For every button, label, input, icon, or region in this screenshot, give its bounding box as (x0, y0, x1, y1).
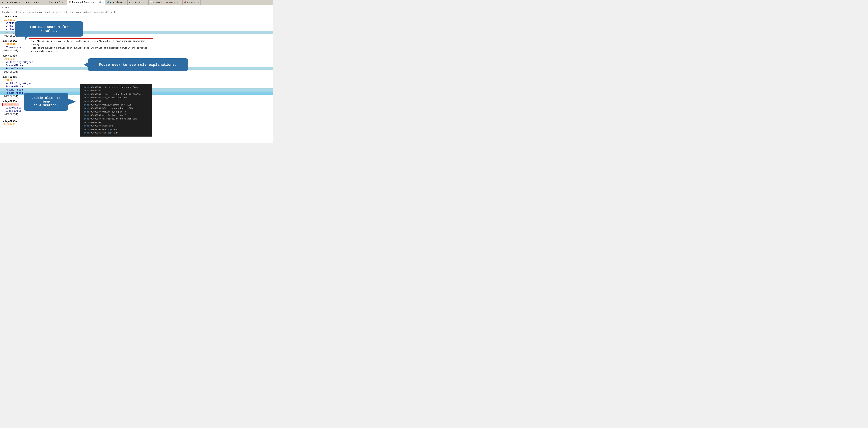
tab-imports-close[interactable]: ✕ (180, 1, 181, 4)
tab-structures-close[interactable]: ✕ (146, 1, 147, 4)
imports-icon: 📥 (166, 1, 168, 4)
func-addr-4019C0[interactable]: (0x4019C0) (0, 19, 273, 22)
func-sub-4019C0[interactable]: sub_4019C0 (0, 15, 273, 19)
code-preview: .text:0040236A ; Attributes: bp-based fr… (80, 84, 152, 137)
search-bar (0, 5, 273, 10)
tab-bar: 🖥 IDA View-A ✕ 🛡 Anti Debug Detection Re… (0, 0, 273, 5)
code-line-9: .text:0040236A arg_0= dword ptr 8 (83, 114, 149, 117)
code-line-6: .text:0040236A var_10= dword ptr -10h (83, 103, 149, 107)
tab-enums[interactable]: 📊 Enums ✕ (149, 0, 164, 5)
code-line-10: .text:0040236A dwProcessId= dword ptr 0C… (83, 117, 149, 121)
tab-exports-close[interactable]: ✕ (198, 1, 199, 4)
tab-anti-debug[interactable]: 🛡 Anti Debug Detection Results ✕ (22, 0, 67, 5)
func-addr-40236A[interactable]: (0x40236A) (2, 103, 19, 106)
code-line-13: .text:0040236B mov ebp, esp (83, 128, 149, 131)
tab-hex-view-close[interactable]: ✕ (125, 1, 126, 4)
anti-debug-icon: 🛡 (23, 1, 25, 4)
code-line-4: .text:0040236A sub_40236A proc near (83, 96, 149, 100)
tab-detected-func-close[interactable]: ✕ (102, 1, 103, 3)
callout-dblclick-line1: Double-click to jump (29, 96, 63, 103)
tab-anti-debug-label: Anti Debug Detection Results (26, 1, 63, 4)
tab-hex-view-label: Hex View-1 (110, 1, 123, 4)
tab-ida-view[interactable]: 🖥 IDA View-A ✕ (0, 0, 22, 5)
tab-hex-view[interactable]: 🔷 Hex View-1 ✕ (105, 0, 128, 5)
tab-imports[interactable]: 📥 Imports ✕ (164, 0, 182, 5)
tab-structures-label: Structures (131, 1, 144, 4)
callout-dblclick-line2: to a section. (29, 103, 63, 107)
callout-search: You can search for results. (15, 21, 83, 37)
code-line-7: .text:0040236A hObject= dword ptr -0Ch (83, 107, 149, 110)
info-text: Double-click on a function name starting… (2, 11, 116, 13)
tab-detected-func[interactable]: 📋 Detected Function List ✕ (67, 0, 105, 5)
tooltip-virtualprotect: The flNewProtect parameter in VirtualPro… (29, 38, 153, 54)
tooltip-line1: The flNewProtect parameter in VirtualPro… (31, 40, 151, 46)
code-line-11: .text:0040236A (83, 121, 149, 125)
exports-icon: 📤 (184, 1, 187, 4)
hex-view-icon: 🔷 (107, 1, 110, 4)
tab-imports-label: Imports (169, 1, 178, 4)
code-line-12: .text:0040236A push ebp (83, 124, 149, 128)
code-line-2: .text:0040236A (83, 89, 149, 93)
main-content[interactable]: sub_4019C0 (0x4019C0) VirtualProtectEx V… (0, 14, 273, 143)
tab-enums-label: Enums (153, 1, 160, 4)
tab-exports-label: Exports (187, 1, 196, 4)
func-sub-402215[interactable]: sub_402215 (0, 75, 273, 79)
info-bar: Double-click on a function name starting… (0, 10, 273, 14)
code-line-5: .text:0040236A (83, 100, 149, 103)
code-line-3: .text:0040236A ; int __stdcall sub_40236… (83, 93, 149, 96)
code-line-1: .text:0040236A ; Attributes: bp-based fr… (83, 86, 149, 89)
tab-enums-close[interactable]: ✕ (161, 1, 162, 4)
ida-view-icon: 🖥 (2, 1, 4, 4)
code-line-8: .text:0040236A var_4= byte ptr -4 (83, 110, 149, 114)
callout-hover-text: Mouse over to see rule explanations. (99, 63, 177, 67)
code-line-14: .text:0040236D sub esp, 14h (83, 131, 149, 135)
callout-hover: Mouse over to see rule explanations. (88, 58, 188, 71)
structures-icon: A (129, 1, 130, 3)
search-input[interactable] (1, 6, 17, 9)
tab-detected-func-label: Detected Function List (72, 1, 101, 3)
tooltip-line2: This configuration permits both dynamic … (31, 46, 151, 53)
tab-ida-view-label: IDA View-A (4, 1, 18, 4)
tab-structures[interactable]: A Structures ✕ (128, 0, 149, 5)
enums-icon: 📊 (150, 1, 153, 4)
tab-exports[interactable]: 📤 Exports ✕ (183, 0, 201, 5)
callout-search-text: You can search for results. (30, 25, 68, 33)
tab-ida-view-close[interactable]: ✕ (19, 1, 20, 4)
detected-func-icon: 📋 (69, 1, 71, 3)
func-addr-402215[interactable]: (0x402215) (0, 79, 273, 82)
func-sub-4020B8[interactable]: sub_4020B8 (0, 54, 273, 58)
callout-dblclick: Double-click to jump to a section. (24, 93, 68, 111)
tab-anti-debug-close[interactable]: ✕ (64, 1, 66, 4)
